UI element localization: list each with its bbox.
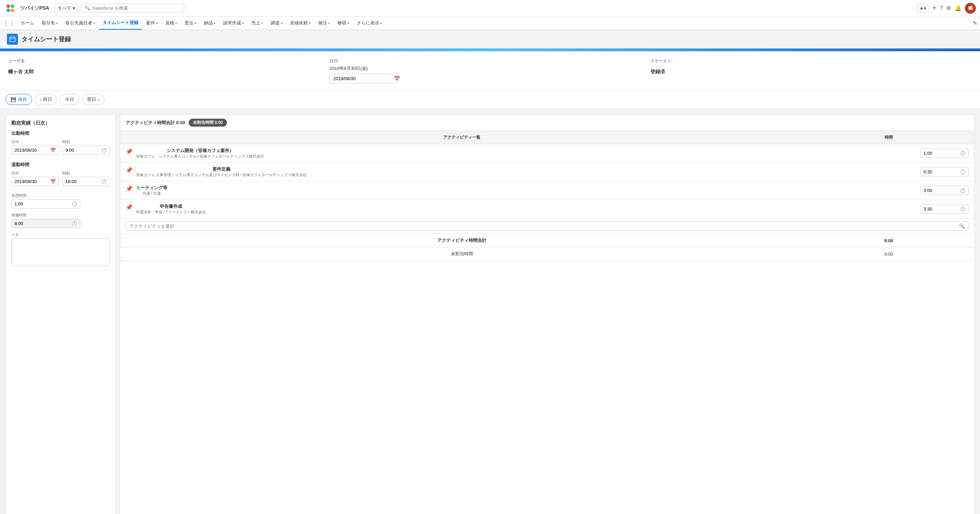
activity-sub: 年度決算・申告 / Tファクトリー株式会社 [136,209,206,215]
table-row: 📌 システム開発（笹塚カフェ案件） 笹塚カフェ システム導入コンサル / 笹塚カ… [120,144,974,163]
table-row: 📌 ミーティング等 共通 / 共通 🕐 [120,181,974,200]
settings-icon[interactable]: ⚙ [946,5,951,11]
time-input-wrapper[interactable]: 🕐 [920,186,969,195]
user-avatar[interactable]: 幡 [965,3,976,14]
break-input-wrapper[interactable]: 🕐 [11,199,80,208]
nav-contacts[interactable]: 取引先責任者 ▾ [62,16,99,30]
favorites-icon[interactable]: ★▾ [917,4,929,13]
checkin-time-input[interactable] [65,148,99,153]
search-icon[interactable]: 🔍 [959,223,965,229]
nav-order[interactable]: 受注 ▾ [181,16,200,30]
time-input-wrapper[interactable]: 🕐 [920,167,969,176]
search-bar[interactable]: 🔍 [81,4,184,13]
svg-point-1 [11,5,14,8]
nav-timesheet[interactable]: タイムシート登録 [99,16,142,30]
activity-search-wrapper[interactable]: 🔍 [126,221,969,231]
time-input[interactable] [924,169,958,175]
nav-home[interactable]: ホーム [17,16,38,30]
checkin-date-input[interactable] [14,148,48,153]
activity-sub: 笹塚カフェ 人事管理システム導入コンサル及びライセンス料 / 笹塚カフェホールデ… [136,172,307,178]
checkout-time-input[interactable] [65,179,99,184]
search-scope[interactable]: すべて ▾ [55,3,78,13]
today-button[interactable]: 今日 [60,94,79,105]
clock-icon[interactable]: 🕐 [72,201,77,206]
edit-icon[interactable]: ✎ [973,20,977,27]
activity-search-input[interactable] [129,224,956,229]
time-input[interactable] [924,151,958,156]
checkin-time-input-wrapper[interactable]: 🕐 [62,146,110,155]
checkout-date-label: 日付 [11,171,59,176]
nav-cases[interactable]: 案件 ▾ [143,16,161,30]
calendar-icon[interactable]: 📅 [394,76,400,81]
checkout-date-input[interactable] [14,179,48,184]
date-display: 2019年8月30日(金) [329,65,651,71]
total-row: アクティビティ時間合計 8:00 [120,234,974,247]
calendar-icon[interactable]: 📅 [50,148,56,153]
checkout-date-input-wrapper[interactable]: 📅 [11,177,59,186]
prev-day-button[interactable]: ‹ 前日 [35,94,57,105]
toolbar: 💾 保存 ‹ 前日 今日 翌日 › [0,90,980,109]
chevron-down-icon: ▾ [380,21,382,25]
nav-procurement[interactable]: 調達 ▾ [267,16,286,30]
chevron-down-icon: ▾ [56,21,58,25]
save-button[interactable]: 💾 保存 [5,94,32,105]
search-icon: 🔍 [85,5,90,11]
time-input[interactable] [924,188,958,193]
time-input-wrapper[interactable]: 🕐 [920,149,969,158]
nav-accounts[interactable]: 取引先 ▾ [38,16,61,30]
nav-po[interactable]: 発注 ▾ [315,16,333,30]
checkin-title: 出勤時間 [11,130,110,136]
app-logo [4,2,16,14]
checkout-time-input-wrapper[interactable]: 🕐 [62,177,110,186]
date-col: 日付: 2019年8月30日(金) 📅 [329,58,651,83]
memo-textarea[interactable] [11,238,110,266]
activity-name: システム開発（笹塚カフェ案件） [136,148,264,154]
date-input[interactable] [333,76,391,81]
date-label: 日付: [329,58,651,64]
clock-icon[interactable]: 🕐 [101,148,107,153]
notifications-icon[interactable]: 🔔 [955,5,961,11]
save-icon: 💾 [11,97,16,102]
user-label: ユーザ名: [8,58,329,64]
checkin-time-label: 時刻 [62,140,110,144]
nav-quote-request[interactable]: 見積依頼 ▾ [286,16,314,30]
activity-name: ミーティング等 [136,185,167,191]
memo-label: メモ [11,232,110,237]
activity-sub: 共通 / 共通 [136,191,167,196]
chevron-right-icon: › [98,97,99,102]
blue-band [0,49,980,51]
chevron-down-icon: ▾ [242,21,244,25]
clock-icon[interactable]: 🕐 [101,179,107,184]
pin-icon: 📌 [126,148,132,155]
activity-header: アクティビティ時間合計 8:00 未割当時間 0:00 [120,114,974,131]
search-input[interactable] [92,5,161,11]
calendar-icon[interactable]: 📅 [50,179,56,184]
chevron-down-icon: ▾ [156,21,158,25]
pin-icon: 📌 [126,186,132,192]
left-panel: 勤怠実績（日次） 出勤時間 日付 📅 時刻 🕐 退勤時間 [5,114,116,514]
time-input[interactable] [924,206,958,212]
nav-sales[interactable]: 売上 ▾ [248,16,267,30]
left-panel-title: 勤怠実績（日次） [11,120,110,126]
chevron-left-icon: ‹ [40,97,41,102]
chevron-down-icon: ▾ [328,21,330,25]
clock-icon: 🕐 [960,151,966,156]
app-name: ツバイソPSA [20,5,49,11]
checkin-date-input-wrapper[interactable]: 📅 [11,146,59,155]
time-input-wrapper[interactable]: 🕐 [920,205,969,214]
help-icon[interactable]: ? [940,5,943,11]
date-input-wrapper[interactable]: 📅 [329,74,398,83]
nav-invoice[interactable]: 請求作成 ▾ [220,16,247,30]
activity-total-label: アクティビティ時間合計 8:00 [126,120,185,126]
main-content: 勤怠実績（日次） 出勤時間 日付 📅 時刻 🕐 退勤時間 [0,109,980,514]
nav-inspection[interactable]: 検収 ▾ [334,16,353,30]
add-icon[interactable]: + [932,4,936,12]
next-day-button[interactable]: 翌日 › [82,94,104,105]
menu-bar: ⋮⋮ ホーム 取引先 ▾ 取引先責任者 ▾ タイムシート登録 案件 ▾ 見積 ▾… [0,16,980,30]
grid-icon[interactable]: ⋮⋮ [3,19,15,27]
time-cell: 🕐 [803,200,974,219]
break-input[interactable] [14,201,70,206]
nav-more[interactable]: さらに表示 ▾ [353,16,385,30]
nav-delivery[interactable]: 納品 ▾ [200,16,219,30]
nav-estimate[interactable]: 見積 ▾ [162,16,180,30]
